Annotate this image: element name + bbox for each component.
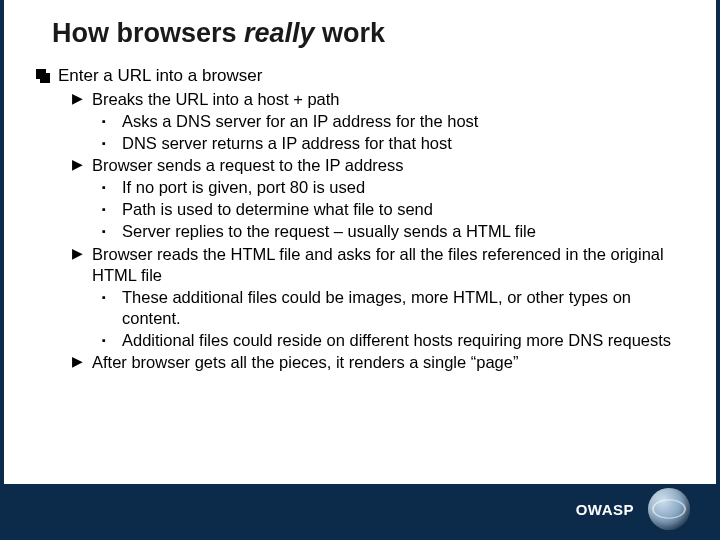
- level3-text: Asks a DNS server for an IP address for …: [122, 111, 478, 132]
- level3-text: Additional files could reside on differe…: [122, 330, 671, 351]
- slide-body: How browsers really work Enter a URL int…: [4, 0, 716, 484]
- owasp-logo-icon: [648, 488, 690, 530]
- level3-text: DNS server returns a IP address for that…: [122, 133, 452, 154]
- footer-label: OWASP: [576, 501, 634, 518]
- bullet-level2: ▶Browser sends a request to the IP addre…: [72, 155, 676, 176]
- level3-text: If no port is given, port 80 is used: [122, 177, 365, 198]
- square-bullet-icon: [36, 69, 50, 83]
- level2-group: ▶Breaks the URL into a host + path▪Asks …: [36, 89, 676, 373]
- bullet-level3: ▪Path is used to determine what file to …: [102, 199, 676, 220]
- level3-text: Server replies to the request – usually …: [122, 221, 536, 242]
- triangle-bullet-icon: ▶: [72, 155, 86, 176]
- square-small-bullet-icon: ▪: [102, 177, 116, 198]
- bullet-level3: ▪Asks a DNS server for an IP address for…: [102, 111, 676, 132]
- square-small-bullet-icon: ▪: [102, 133, 116, 154]
- square-small-bullet-icon: ▪: [102, 111, 116, 132]
- triangle-bullet-icon: ▶: [72, 89, 86, 110]
- level1-text: Enter a URL into a browser: [58, 65, 262, 87]
- bullet-level3: ▪These additional files could be images,…: [102, 287, 676, 329]
- slide-title: How browsers really work: [52, 18, 716, 49]
- level3-text: Path is used to determine what file to s…: [122, 199, 433, 220]
- bullet-level3: ▪DNS server returns a IP address for tha…: [102, 133, 676, 154]
- title-em: really: [244, 18, 315, 48]
- level2-text: After browser gets all the pieces, it re…: [92, 352, 518, 373]
- level2-text: Breaks the URL into a host + path: [92, 89, 340, 110]
- bullet-level3: ▪If no port is given, port 80 is used: [102, 177, 676, 198]
- bullet-level3: ▪Additional files could reside on differ…: [102, 330, 676, 351]
- footer: OWASP: [576, 488, 690, 530]
- title-post: work: [315, 18, 386, 48]
- level3-group: ▪These additional files could be images,…: [72, 287, 676, 351]
- bullet-level3: ▪Server replies to the request – usually…: [102, 221, 676, 242]
- bullet-level1: Enter a URL into a browser: [36, 65, 676, 87]
- level3-text: These additional files could be images, …: [122, 287, 676, 329]
- square-small-bullet-icon: ▪: [102, 199, 116, 220]
- level2-text: Browser sends a request to the IP addres…: [92, 155, 404, 176]
- title-pre: How browsers: [52, 18, 244, 48]
- bullet-level2: ▶After browser gets all the pieces, it r…: [72, 352, 676, 373]
- title-wrap: How browsers really work: [4, 0, 716, 59]
- level3-group: ▪Asks a DNS server for an IP address for…: [72, 111, 676, 154]
- square-small-bullet-icon: ▪: [102, 330, 116, 351]
- square-small-bullet-icon: ▪: [102, 221, 116, 242]
- bullet-level2: ▶Browser reads the HTML file and asks fo…: [72, 244, 676, 286]
- triangle-bullet-icon: ▶: [72, 352, 86, 373]
- content-area: Enter a URL into a browser ▶Breaks the U…: [4, 59, 716, 373]
- level2-text: Browser reads the HTML file and asks for…: [92, 244, 676, 286]
- level3-group: ▪If no port is given, port 80 is used▪Pa…: [72, 177, 676, 242]
- triangle-bullet-icon: ▶: [72, 244, 86, 286]
- bullet-level2: ▶Breaks the URL into a host + path: [72, 89, 676, 110]
- square-small-bullet-icon: ▪: [102, 287, 116, 329]
